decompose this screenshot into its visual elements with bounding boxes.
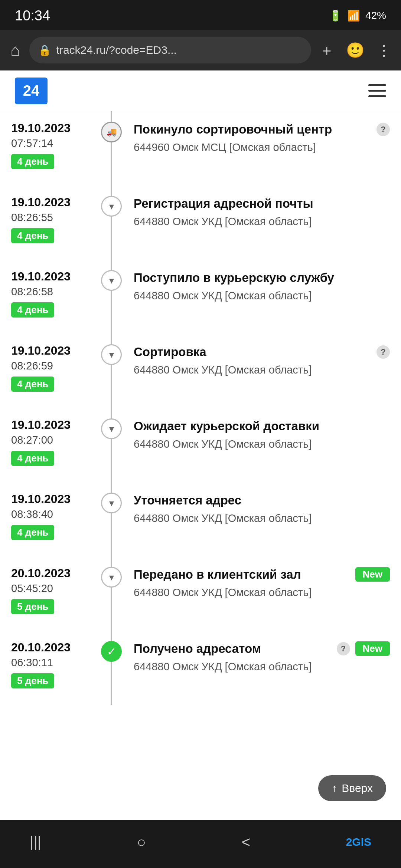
timeline-time: 08:26:58	[11, 286, 53, 298]
event-location: 644960 Омск МСЦ [Омская область]	[134, 141, 390, 155]
nav-home[interactable]: ○	[137, 834, 146, 851]
timeline-right: Получено адресатом ? New 644880 Омск УКД…	[126, 631, 401, 705]
timeline-center: ▾	[97, 482, 126, 556]
event-header: Покинуло сортировочный центр ?	[134, 122, 390, 137]
bottom-nav: ||| ○ < 2GIS	[0, 820, 401, 868]
event-header: Передано в клиентский зал New	[134, 567, 390, 582]
timeline-icon-arrow-down: ▾	[101, 567, 122, 588]
timeline-time: 08:27:00	[11, 434, 53, 446]
battery-percent: 42%	[365, 10, 386, 22]
timeline-date: 19.10.2023	[11, 344, 71, 357]
scroll-top-button[interactable]: ↑ Вверх	[318, 775, 386, 801]
browser-actions: ＋ 🙂 ⋮	[317, 38, 394, 63]
event-header: Сортировка ?	[134, 344, 390, 359]
timeline-item: 19.10.2023 07:57:14 4 день 🚚 Покинуло со…	[0, 111, 401, 185]
timeline-time: 08:26:59	[11, 360, 53, 372]
browser-bar: ⌂ 🔒 track24.ru/?code=ED3... ＋ 🙂 ⋮	[0, 30, 401, 70]
timeline-day-badge: 4 день	[11, 377, 54, 392]
event-location: 644880 Омск УКД [Омская область]	[134, 215, 390, 229]
timeline-right: Передано в клиентский зал New 644880 Омс…	[126, 556, 401, 631]
timeline-day-badge: 5 день	[11, 599, 54, 614]
wifi-icon: 📶	[347, 10, 360, 22]
battery-icon: 🔋	[329, 10, 342, 22]
event-title: Регистрация адресной почты	[134, 196, 390, 211]
event-location: 644880 Омск УКД [Омская область]	[134, 586, 390, 600]
timeline-icon-arrow-down: ▾	[101, 493, 122, 513]
timeline-right: Уточняется адрес 644880 Омск УКД [Омская…	[126, 482, 401, 556]
timeline-date: 20.10.2023	[11, 567, 71, 580]
event-location: 644880 Омск УКД [Омская область]	[134, 437, 390, 451]
status-icons: 🔋 📶 42%	[329, 10, 386, 22]
hamburger-line-1	[368, 84, 386, 86]
event-header: Регистрация адресной почты	[134, 196, 390, 211]
event-title: Покинуло сортировочный центр	[134, 122, 371, 137]
scroll-top-label: Вверх	[342, 782, 373, 795]
timeline-right: Ожидает курьерской доставки 644880 Омск …	[126, 408, 401, 482]
event-header: Поступило в курьерскую службу	[134, 270, 390, 285]
hamburger-line-2	[368, 90, 386, 92]
nav-recent-apps[interactable]: |||	[30, 834, 41, 851]
timeline-center: ▾	[97, 408, 126, 482]
timeline-icon-arrow-down: ▾	[101, 196, 122, 217]
timeline-time: 08:38:40	[11, 509, 53, 520]
timeline-right: Поступило в курьерскую службу 644880 Омс…	[126, 260, 401, 334]
timeline-icon-arrow-down: ▾	[101, 270, 122, 291]
nav-back[interactable]: <	[242, 834, 250, 851]
timeline-item: 19.10.2023 08:26:58 4 день ▾ Поступило в…	[0, 260, 401, 334]
timeline-right: Покинуло сортировочный центр ? 644960 Ом…	[126, 111, 401, 185]
timeline-left: 20.10.2023 05:45:20 5 день	[0, 556, 97, 631]
timeline-center: ▾	[97, 185, 126, 260]
timeline-left: 19.10.2023 08:38:40 4 день	[0, 482, 97, 556]
2gis-label: 2GIS	[346, 836, 371, 848]
timeline-item: 19.10.2023 08:27:00 4 день ▾ Ожидает кур…	[0, 408, 401, 482]
home-button[interactable]: ⌂	[7, 38, 23, 62]
event-location: 644880 Омск УКД [Омская область]	[134, 363, 390, 377]
timeline-left: 19.10.2023 08:27:00 4 день	[0, 408, 97, 482]
timeline-item: 19.10.2023 08:26:55 4 день ▾ Регистрация…	[0, 185, 401, 260]
timeline-left: 20.10.2023 06:30:11 5 день	[0, 631, 97, 705]
event-header: Ожидает курьерской доставки	[134, 418, 390, 434]
timeline-time: 08:26:55	[11, 212, 53, 224]
timeline-day-badge: 5 день	[11, 673, 54, 688]
event-title: Сортировка	[134, 344, 371, 359]
more-options-button[interactable]: ⋮	[374, 39, 394, 61]
timeline-center: ▾	[97, 556, 126, 631]
status-bar: 10:34 🔋 📶 42%	[0, 0, 401, 30]
url-bar[interactable]: 🔒 track24.ru/?code=ED3...	[29, 37, 311, 63]
event-title: Передано в клиентский зал	[134, 567, 350, 582]
timeline-item: 19.10.2023 08:26:59 4 день ▾ Сортировка …	[0, 334, 401, 408]
timeline-icon-arrow-down: ▾	[101, 344, 122, 365]
timeline-left: 19.10.2023 08:26:58 4 день	[0, 260, 97, 334]
event-title: Получено адресатом	[134, 641, 332, 656]
info-icon[interactable]: ?	[376, 345, 390, 359]
event-location: 644880 Омск УКД [Омская область]	[134, 660, 390, 674]
timeline-center: ✓	[97, 631, 126, 705]
url-text: track24.ru/?code=ED3...	[56, 44, 177, 56]
timeline-date: 19.10.2023	[11, 196, 71, 209]
event-location: 644880 Омск УКД [Омская область]	[134, 512, 390, 526]
hamburger-line-3	[368, 95, 386, 97]
timeline-time: 05:45:20	[11, 583, 53, 595]
timeline-icon-truck: 🚚	[101, 122, 122, 142]
timeline-center: ▾	[97, 334, 126, 408]
event-title: Уточняется адрес	[134, 493, 390, 508]
info-icon[interactable]: ?	[376, 123, 390, 136]
app-logo: 24	[15, 78, 48, 104]
info-icon[interactable]: ?	[337, 642, 350, 655]
nav-2gis[interactable]: 2GIS	[346, 836, 371, 848]
timeline-center: ▾	[97, 260, 126, 334]
menu-button[interactable]	[368, 84, 386, 97]
timeline-time: 06:30:11	[11, 657, 53, 669]
timeline-left: 19.10.2023 08:26:59 4 день	[0, 334, 97, 408]
add-tab-button[interactable]: ＋	[317, 38, 336, 63]
timeline-center: 🚚	[97, 111, 126, 185]
event-header: Уточняется адрес	[134, 493, 390, 508]
timeline-date: 19.10.2023	[11, 493, 71, 506]
timeline-item: 20.10.2023 05:45:20 5 день ▾ Передано в …	[0, 556, 401, 631]
timeline-day-badge: 4 день	[11, 451, 54, 466]
timeline-date: 19.10.2023	[11, 270, 71, 283]
timeline-left: 19.10.2023 08:26:55 4 день	[0, 185, 97, 260]
new-badge: New	[355, 641, 390, 656]
tab-switcher-button[interactable]: 🙂	[344, 39, 367, 61]
timeline-right: Регистрация адресной почты 644880 Омск У…	[126, 185, 401, 260]
